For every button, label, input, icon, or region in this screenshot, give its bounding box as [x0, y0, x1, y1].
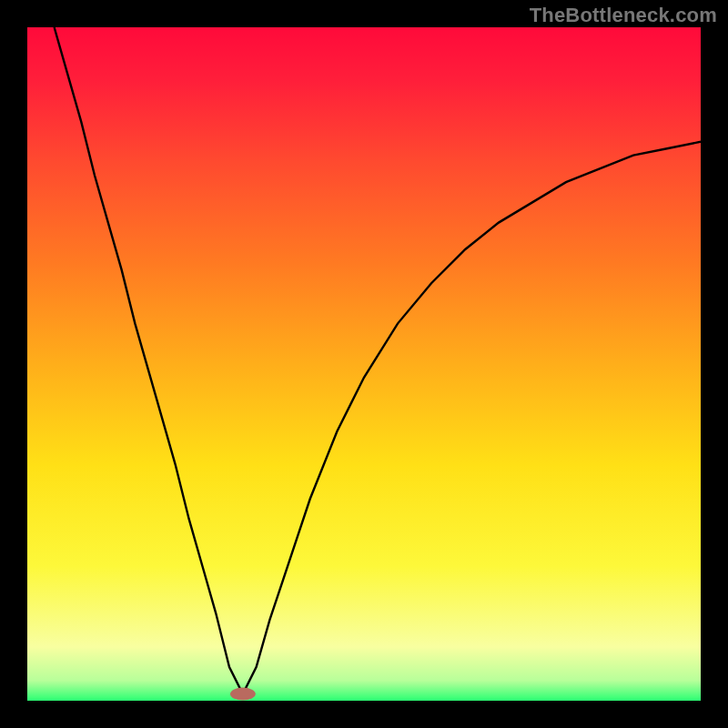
minimum-marker [230, 688, 256, 701]
plot-background [27, 27, 701, 701]
chart-frame: TheBottleneck.com [0, 0, 728, 728]
watermark-text: TheBottleneck.com [530, 4, 717, 27]
bottleneck-chart [27, 27, 701, 701]
chart-svg [27, 27, 701, 701]
